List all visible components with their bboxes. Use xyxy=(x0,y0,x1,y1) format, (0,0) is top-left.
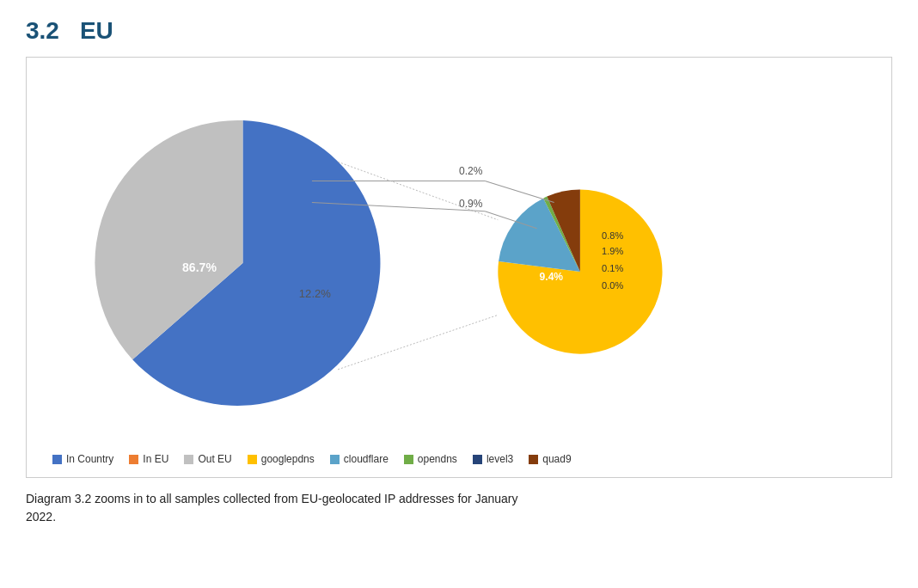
legend-box-incountry xyxy=(52,455,62,464)
chart-svg: 86.7% 12.2% 9.4% xyxy=(44,95,874,422)
section-number: 3.2 xyxy=(26,17,59,45)
legend-item-quad9: quad9 xyxy=(529,453,571,465)
legend-box-cloudflare xyxy=(330,455,340,464)
legend-item-cloudflare: cloudflare xyxy=(330,453,389,465)
sub-label-quad9: 0.8% xyxy=(602,230,623,241)
legend-item-level3: level3 xyxy=(473,453,513,465)
legend-label-opendns: opendns xyxy=(418,453,457,465)
legend-item-googlepdns: googlepdns xyxy=(248,453,315,465)
section-title: EU xyxy=(80,17,113,45)
legend-item-ineu: In EU xyxy=(129,453,168,465)
callout-label-09: 0.9% xyxy=(459,198,483,210)
main-label-incountry: 86.7% xyxy=(182,260,217,274)
legend-box-googlepdns xyxy=(248,455,257,464)
sub-label-level3: 0.0% xyxy=(602,280,623,291)
legend-item-opendns: opendns xyxy=(404,453,457,465)
legend-label-outeu: Out EU xyxy=(198,453,231,465)
legend-box-outeu xyxy=(184,455,193,464)
legend-label-googlepdns: googlepdns xyxy=(261,453,315,465)
chart-container: 86.7% 12.2% 9.4% xyxy=(26,57,892,478)
legend-box-opendns xyxy=(404,455,413,464)
callout-line-3 xyxy=(485,181,554,202)
page-title: 3.2 EU xyxy=(26,17,892,45)
legend-item-outeu: Out EU xyxy=(184,453,231,465)
legend-label-cloudflare: cloudflare xyxy=(344,453,389,465)
callout-label-02: 0.2% xyxy=(459,165,483,177)
legend-label-incountry: In Country xyxy=(66,453,113,465)
legend-box-ineu xyxy=(129,455,138,464)
main-label-outeu: 12.2% xyxy=(299,287,331,300)
sub-label-googlepdns: 9.4% xyxy=(540,271,564,283)
caption-text: Diagram 3.2 zooms in to all samples coll… xyxy=(26,492,517,524)
sub-label-opendns: 0.1% xyxy=(602,263,623,273)
legend-label-quad9: quad9 xyxy=(542,453,571,465)
caption: Diagram 3.2 zooms in to all samples coll… xyxy=(26,490,892,526)
legend-item-incountry: In Country xyxy=(52,453,113,465)
legend: In Country In EU Out EU googlepdns cloud… xyxy=(44,453,572,465)
legend-box-quad9 xyxy=(529,455,538,464)
legend-label-ineu: In EU xyxy=(143,453,168,465)
legend-label-level3: level3 xyxy=(487,453,513,465)
sub-label-cloudflare: 1.9% xyxy=(602,246,623,256)
chart-area: 86.7% 12.2% 9.4% xyxy=(44,75,874,443)
legend-box-level3 xyxy=(473,455,482,464)
